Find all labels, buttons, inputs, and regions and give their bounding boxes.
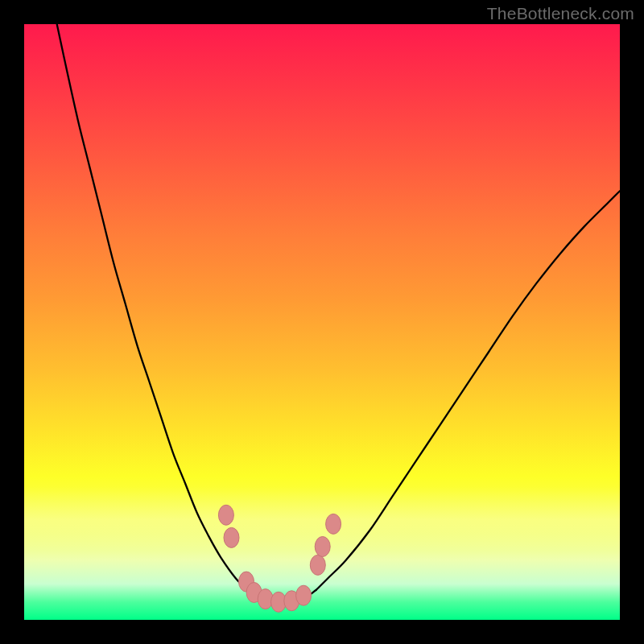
data-marker xyxy=(315,537,330,557)
data-marker xyxy=(224,527,239,547)
series-left-branch xyxy=(57,24,248,590)
series-right-branch xyxy=(316,191,620,590)
data-marker xyxy=(218,505,233,525)
data-marker xyxy=(326,514,341,534)
data-marker xyxy=(258,589,273,609)
curve-layer xyxy=(24,24,620,620)
data-marker xyxy=(296,585,312,605)
chart-stage: TheBottleneck.com xyxy=(0,0,644,644)
data-marker xyxy=(310,555,325,575)
plot-area xyxy=(24,24,620,620)
watermark-text: TheBottleneck.com xyxy=(487,4,634,23)
marker-layer xyxy=(218,505,341,612)
